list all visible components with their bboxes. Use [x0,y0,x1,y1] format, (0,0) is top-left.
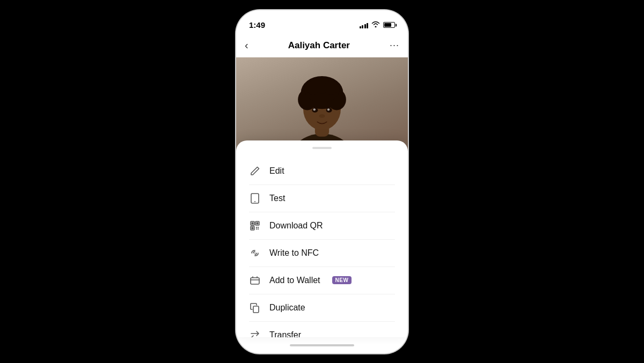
svg-rect-29 [253,306,259,313]
nav-title: Aaliyah Carter [288,40,350,51]
home-indicator [236,337,408,353]
transfer-icon [249,329,261,337]
status-icons [360,21,396,29]
svg-point-27 [254,253,255,254]
svg-point-12 [313,108,316,110]
svg-rect-25 [256,228,257,229]
sheet-handle [312,147,332,149]
status-time: 1:49 [249,20,265,29]
transfer-label: Transfer [269,330,301,337]
profile-avatar-svg [236,57,408,151]
svg-point-16 [254,201,255,202]
qr-icon [249,220,261,232]
edit-label: Edit [269,166,284,176]
nav-bar: ‹ Aaliyah Carter ··· [236,34,408,57]
download-qr-label: Download QR [269,221,323,231]
menu-item-edit[interactable]: Edit [236,158,408,184]
battery-icon [383,22,395,28]
new-badge: NEW [332,276,352,284]
pencil-icon [249,165,261,177]
wallet-icon [249,275,261,286]
copy-icon [249,302,261,314]
status-bar: 1:49 [236,10,408,34]
profile-photo-area [236,57,408,151]
menu-item-write-nfc[interactable]: Write to NFC [236,240,408,266]
more-button[interactable]: ··· [390,40,399,51]
svg-rect-26 [258,228,259,229]
write-nfc-label: Write to NFC [269,248,319,258]
menu-item-test[interactable]: Test [236,185,408,212]
duplicate-label: Duplicate [269,303,305,313]
home-bar [290,344,354,346]
svg-rect-21 [257,222,259,224]
back-button[interactable]: ‹ [245,39,248,51]
svg-rect-24 [258,227,259,228]
menu-item-add-wallet[interactable]: Add to Wallet NEW [236,267,408,294]
nfc-icon [249,247,261,259]
svg-point-14 [319,114,325,118]
svg-rect-28 [251,278,259,284]
svg-point-13 [327,108,330,110]
svg-rect-20 [252,222,254,224]
svg-rect-23 [256,227,257,228]
test-label: Test [269,194,285,203]
menu-item-download-qr[interactable]: Download QR [236,212,408,239]
wifi-icon [371,21,380,29]
signal-bars-icon [360,22,369,28]
tablet-icon [249,192,261,204]
menu-item-transfer[interactable]: Transfer [236,322,408,337]
svg-rect-22 [252,227,254,229]
bottom-sheet: Edit Test [236,140,408,337]
add-wallet-label: Add to Wallet [269,276,320,285]
svg-point-9 [324,80,338,94]
menu-item-duplicate[interactable]: Duplicate [236,294,408,321]
phone-frame: 1:49 ‹ Aaliyah Carter ··· [236,10,408,353]
